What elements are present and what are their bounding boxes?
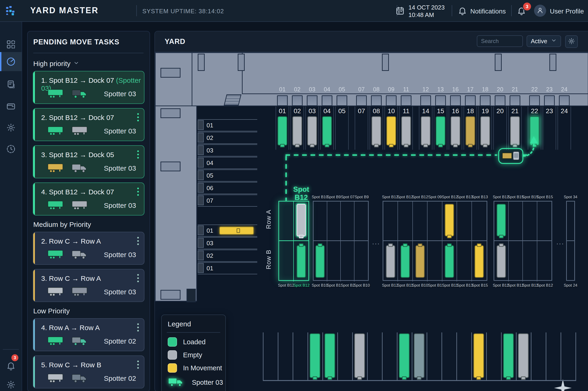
user-profile-label[interactable]: User Profile <box>550 8 584 15</box>
sidebar-item-document[interactable] <box>0 75 22 94</box>
assigned-spotter: Spotter 03 <box>104 201 136 209</box>
yard-trailer <box>445 204 454 236</box>
yard-spot-cell[interactable] <box>294 241 308 282</box>
yard-spot-cell[interactable] <box>413 201 428 241</box>
kebab-menu-icon[interactable] <box>137 188 139 196</box>
staging-slot-line <box>198 236 257 237</box>
staging-slot-line <box>198 274 257 274</box>
assigned-spotter: Spotter 02 <box>104 337 136 345</box>
sidebar-item-gear[interactable] <box>0 118 22 137</box>
spot-label-top: Spot 09 <box>428 195 442 199</box>
notification-badge: 3 <box>11 354 18 361</box>
yard-settings-button[interactable] <box>565 35 578 48</box>
yard-spot-cell[interactable] <box>457 241 472 282</box>
roof-vent <box>382 54 389 71</box>
dock-trailer <box>421 116 431 146</box>
yard-spot-cell[interactable] <box>341 241 354 282</box>
yard-panel: YARD Active Legend LoadedEmptyIn Movemen… <box>154 31 588 391</box>
staging-slot-cap <box>198 196 204 205</box>
staging-slot-cap <box>198 120 204 130</box>
ellipsis-more-spots: ... <box>372 238 380 246</box>
kebab-menu-icon[interactable] <box>137 113 139 121</box>
bell-icon[interactable] <box>458 6 467 16</box>
trailer-hitch <box>499 243 504 247</box>
dock-door <box>495 95 505 106</box>
sidebar-item-gear[interactable] <box>0 375 22 391</box>
yard-spot-cell[interactable] <box>523 241 537 282</box>
yard-spot-cell[interactable] <box>567 241 574 282</box>
staging-slot-line <box>198 261 257 262</box>
avatar[interactable] <box>534 5 546 17</box>
sidebar-item-gauge[interactable] <box>0 52 22 71</box>
move-task-card[interactable]: 4. Row A → Row A Spotter 02 <box>33 318 144 351</box>
yard-spot-cell[interactable] <box>457 201 472 241</box>
staging-slot-line <box>198 237 257 238</box>
sidebar-item-grid[interactable] <box>0 35 22 54</box>
yard-spot-cell[interactable] <box>398 201 413 241</box>
notifications-label[interactable]: Notifications <box>470 8 506 15</box>
status-filter-dropdown[interactable]: Active <box>527 35 561 47</box>
dock-slot-number: 23 <box>542 107 556 115</box>
search-input[interactable] <box>477 35 523 47</box>
date-label: 14 OCT 2023 <box>408 4 445 11</box>
yard-spot-cell[interactable] <box>509 201 523 241</box>
kebab-menu-icon[interactable] <box>137 274 139 282</box>
move-task-card[interactable]: 3. Row C → Row A Spotter 03 <box>33 269 144 302</box>
move-task-card[interactable]: 2. Row C → Row A Spotter 03 <box>33 232 144 265</box>
yard-spot-cell[interactable] <box>413 241 428 282</box>
yard-master-app: YARD MASTER SYSTEM UPTIME: 38:14:02 14 O… <box>0 0 588 391</box>
yard-spot-cell[interactable] <box>398 241 413 282</box>
kebab-menu-icon[interactable] <box>137 323 139 331</box>
yard-spot-cell[interactable] <box>494 201 509 241</box>
move-task-card[interactable]: 5. Row C → Row B Spotter 02 <box>33 355 144 389</box>
yard-spot-cell[interactable] <box>472 201 486 241</box>
yard-spot-cell[interactable] <box>314 201 327 241</box>
kebab-menu-icon[interactable] <box>137 361 139 369</box>
yard-spot-cell[interactable] <box>341 201 354 241</box>
yard-spot-cell[interactable] <box>494 241 509 282</box>
priority-accent-bar <box>33 356 35 388</box>
yard-spot-cell[interactable] <box>537 201 552 241</box>
yard-spot-cell[interactable] <box>327 201 341 241</box>
dock-ramp <box>224 94 241 105</box>
parking-slot-divider <box>367 332 368 380</box>
sidebar-item-wallet[interactable] <box>0 97 22 116</box>
yard-spot-cell[interactable] <box>314 241 327 282</box>
move-task-card[interactable]: 3. Spot B12 → Dock 05 Spotter 03 <box>33 145 144 178</box>
dock-slot-number: 10 <box>384 107 398 115</box>
kebab-menu-icon[interactable] <box>137 150 139 159</box>
building-wall <box>155 106 197 301</box>
yard-spot-cell[interactable] <box>509 241 523 282</box>
yard-spot-cell[interactable] <box>383 241 398 282</box>
yard-spot-cell[interactable] <box>428 241 442 282</box>
staging-slot-line <box>198 206 257 207</box>
move-task-card[interactable]: 2. Spot B12 → Dock 07 Spotter 03 <box>33 108 144 141</box>
sidebar-item-clock[interactable] <box>0 139 22 159</box>
yard-spot-cell[interactable] <box>428 201 442 241</box>
dock-trailer <box>292 116 302 146</box>
yard-spot-cell[interactable] <box>472 241 486 282</box>
yard-spot-cell[interactable] <box>354 201 368 241</box>
yard-spot-cell[interactable] <box>294 201 308 241</box>
legend-title: Legend <box>168 320 191 328</box>
yard-spot-cell[interactable] <box>442 241 457 282</box>
kebab-menu-icon[interactable] <box>137 237 139 245</box>
yard-spot-cell[interactable] <box>567 201 574 241</box>
section-label[interactable]: High priority <box>33 60 144 68</box>
dock-trailer <box>401 116 411 146</box>
dock-door-number: 23 <box>542 86 556 93</box>
yard-spot-cell[interactable] <box>537 241 552 282</box>
move-task-card[interactable]: 1. Spot B12 → Dock 07 (Spotter 03) Spott… <box>33 71 144 104</box>
yard-spot-cell[interactable] <box>279 201 294 241</box>
dock-trailer <box>480 116 490 146</box>
yard-spot-cell[interactable] <box>279 241 294 282</box>
move-task-card[interactable]: 4. Spot B12 → Dock 07 Spotter 03 <box>33 183 144 215</box>
legend-item: Empty <box>168 350 202 360</box>
yard-spot-cell[interactable] <box>383 201 398 241</box>
yard-spot-cell[interactable] <box>327 241 341 282</box>
yard-spot-cell[interactable] <box>354 241 368 282</box>
parked-trailer <box>310 333 320 378</box>
sidebar-item-bell[interactable]: 3 <box>0 356 22 375</box>
yard-spot-cell[interactable] <box>523 201 537 241</box>
yard-spot-cell[interactable] <box>442 201 457 241</box>
